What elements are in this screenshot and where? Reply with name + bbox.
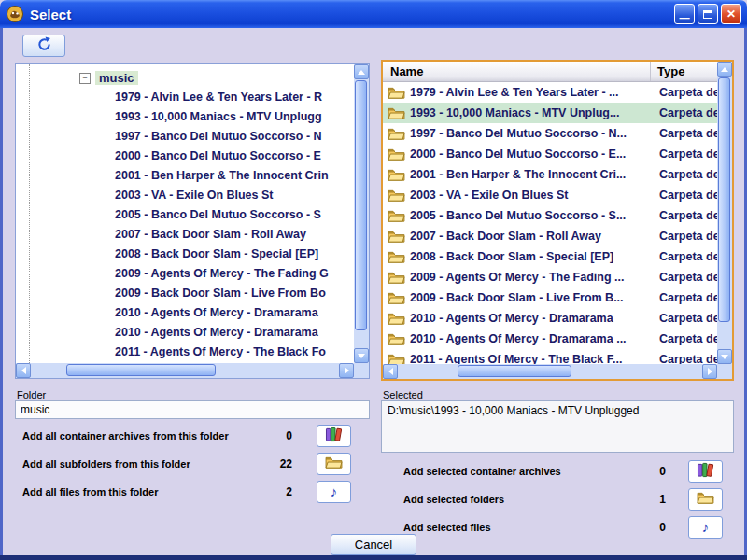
tree-item[interactable]: 2009 - Back Door Slam - Live From Bo xyxy=(16,284,354,303)
tree-item[interactable]: 1993 - 10,000 Maniacs - MTV Unplugg xyxy=(16,107,354,127)
list-row[interactable]: 1997 - Banco Del Mutuo Soccorso - N...Ca… xyxy=(383,123,717,144)
tree-item[interactable]: 2008 - Back Door Slam - Special [EP] xyxy=(16,245,354,264)
list-horizontal-scrollbar[interactable] xyxy=(383,364,717,379)
scroll-right-button[interactable] xyxy=(339,363,354,378)
folder-icon xyxy=(388,189,410,203)
tree-vertical-scrollbar[interactable] xyxy=(354,64,369,363)
list-row[interactable]: 2001 - Ben Harper & The Innocent Cri...C… xyxy=(383,164,717,185)
scroll-thumb[interactable] xyxy=(66,364,216,376)
list-row[interactable]: 1993 - 10,000 Maniacs - MTV Unplug...Car… xyxy=(383,103,717,123)
action-label: Add selected files xyxy=(403,522,647,533)
tree-item[interactable]: 2010 - Agents Of Mercy - Dramarama xyxy=(16,303,354,323)
tree-item[interactable]: 2009 - Agents Of Mercy - The Fading G xyxy=(16,264,354,284)
list-row[interactable]: 2009 - Agents Of Mercy - The Fading ...C… xyxy=(383,267,717,287)
action-count: 1 xyxy=(647,493,666,506)
list-row-type: Carpeta de xyxy=(651,127,717,140)
scroll-up-button[interactable] xyxy=(717,62,732,77)
action-row: Add selected folders1 xyxy=(403,488,723,511)
minimize-button[interactable]: — xyxy=(674,4,695,24)
list-header: Name Type xyxy=(383,62,717,82)
list-row[interactable]: 2011 - Agents Of Mercy - The Black F...C… xyxy=(383,349,717,364)
action-row: Add all subfolders from this folder22 xyxy=(22,453,351,475)
scroll-thumb[interactable] xyxy=(355,80,367,330)
tree-item[interactable]: 2003 - VA - Exile On Blues St xyxy=(16,186,354,205)
list-row-type: Carpeta de xyxy=(651,353,717,364)
list-row-type: Carpeta de xyxy=(651,291,717,304)
scroll-thumb[interactable] xyxy=(718,77,730,322)
list-row[interactable]: 2010 - Agents Of Mercy - Dramarama ...Ca… xyxy=(383,329,717,349)
folder-action-button[interactable] xyxy=(688,488,723,511)
scroll-down-button[interactable] xyxy=(717,349,732,364)
tree-item[interactable]: 1979 - Alvin Lee & Ten Years Later - R xyxy=(16,88,354,107)
list-row-name: 2008 - Back Door Slam - Special [EP] xyxy=(410,250,651,263)
action-label: Add selected container archives xyxy=(403,466,647,477)
close-icon: ✕ xyxy=(726,7,736,21)
maximize-icon xyxy=(703,10,712,19)
list-row[interactable]: 2008 - Back Door Slam - Special [EP]Carp… xyxy=(383,246,717,267)
scroll-down-button[interactable] xyxy=(354,348,369,363)
list-row[interactable]: 2003 - VA - Exile On Blues StCarpeta de xyxy=(383,185,717,205)
action-label: Add all subfolders from this folder xyxy=(22,458,264,469)
refresh-button[interactable] xyxy=(22,35,65,57)
column-header-name[interactable]: Name xyxy=(383,62,651,81)
arrow-down-icon xyxy=(358,354,365,358)
action-count: 0 xyxy=(647,521,666,534)
tree-items: 1979 - Alvin Lee & Ten Years Later - R19… xyxy=(16,88,354,363)
music-note-action-button[interactable]: ♪ xyxy=(688,516,723,539)
list-row[interactable]: 2007 - Back Door Slam - Roll AwayCarpeta… xyxy=(383,226,717,246)
right-actions: Add selected container archives0Add sele… xyxy=(403,460,723,544)
tree-item[interactable]: 1997 - Banco Del Mutuo Soccorso - N xyxy=(16,127,354,147)
music-note-action-button[interactable]: ♪ xyxy=(317,481,351,503)
folder-icon xyxy=(388,353,410,365)
cancel-button[interactable]: Cancel xyxy=(331,534,416,555)
maximize-button[interactable] xyxy=(698,4,718,24)
list-row[interactable]: 1979 - Alvin Lee & Ten Years Later - ...… xyxy=(383,82,717,103)
archive-action-button[interactable] xyxy=(688,460,723,483)
scroll-up-button[interactable] xyxy=(354,64,369,79)
scroll-left-button[interactable] xyxy=(16,363,31,378)
tree-indent-guide xyxy=(29,64,30,363)
tree-item[interactable]: 2005 - Banco Del Mutuo Soccorso - S xyxy=(16,205,354,225)
window-title: Select xyxy=(30,7,674,22)
tree-item[interactable]: 2011 - Agents Of Mercy - The Black Fo xyxy=(16,343,354,362)
list-row[interactable]: 2010 - Agents Of Mercy - DramaramaCarpet… xyxy=(383,308,717,329)
list-row[interactable]: 2000 - Banco Del Mutuo Soccorso - E...Ca… xyxy=(383,144,717,164)
list-row-name: 2010 - Agents Of Mercy - Dramarama xyxy=(410,312,651,325)
folder-action-button[interactable] xyxy=(317,453,351,475)
list-row[interactable]: 2009 - Back Door Slam - Live From B...Ca… xyxy=(383,287,717,308)
list-row-name: 2000 - Banco Del Mutuo Soccorso - E... xyxy=(410,147,651,161)
column-header-type[interactable]: Type xyxy=(651,62,717,81)
list-row-type: Carpeta de xyxy=(651,250,717,263)
minimize-icon: — xyxy=(680,12,690,23)
list-row-type: Carpeta de xyxy=(651,168,717,181)
action-label: Add all files from this folder xyxy=(22,486,264,497)
collapse-icon[interactable]: − xyxy=(79,73,91,84)
music-note-icon: ♪ xyxy=(331,484,338,499)
list-row[interactable]: 2005 - Banco Del Mutuo Soccorso - S...Ca… xyxy=(383,205,717,226)
left-actions: Add all container archives from this fol… xyxy=(22,425,351,509)
scroll-left-button[interactable] xyxy=(383,364,398,379)
action-label: Add all container archives from this fol… xyxy=(22,430,264,441)
tree-item[interactable]: 2010 - Agents Of Mercy - Dramarama xyxy=(16,323,354,343)
titlebar[interactable]: Select — ✕ xyxy=(0,0,747,28)
list-row-type: Carpeta de xyxy=(651,147,717,161)
tree-item[interactable]: 2001 - Ben Harper & The Innocent Crin xyxy=(16,166,354,186)
folder-icon xyxy=(325,455,343,472)
arrow-left-icon xyxy=(21,367,26,374)
tree-root-label[interactable]: music xyxy=(95,71,138,85)
folder-icon xyxy=(388,127,410,141)
close-button[interactable]: ✕ xyxy=(721,4,741,24)
tree-root-row[interactable]: − music xyxy=(16,68,354,88)
list-row-type: Carpeta de xyxy=(651,230,717,243)
folder-tree-panel: − music 1979 - Alvin Lee & Ten Years Lat… xyxy=(15,63,370,379)
list-vertical-scrollbar[interactable] xyxy=(717,62,732,364)
scroll-thumb[interactable] xyxy=(458,365,571,377)
action-count: 0 xyxy=(647,465,666,478)
tree-item[interactable]: 2000 - Banco Del Mutuo Soccorso - E xyxy=(16,147,354,166)
tree-horizontal-scrollbar[interactable] xyxy=(16,363,354,378)
folder-input[interactable] xyxy=(15,400,370,419)
action-row: Add selected files0♪ xyxy=(403,516,723,539)
tree-item[interactable]: 2007 - Back Door Slam - Roll Away xyxy=(16,225,354,245)
scroll-right-button[interactable] xyxy=(702,364,717,379)
archive-action-button[interactable] xyxy=(317,425,351,447)
